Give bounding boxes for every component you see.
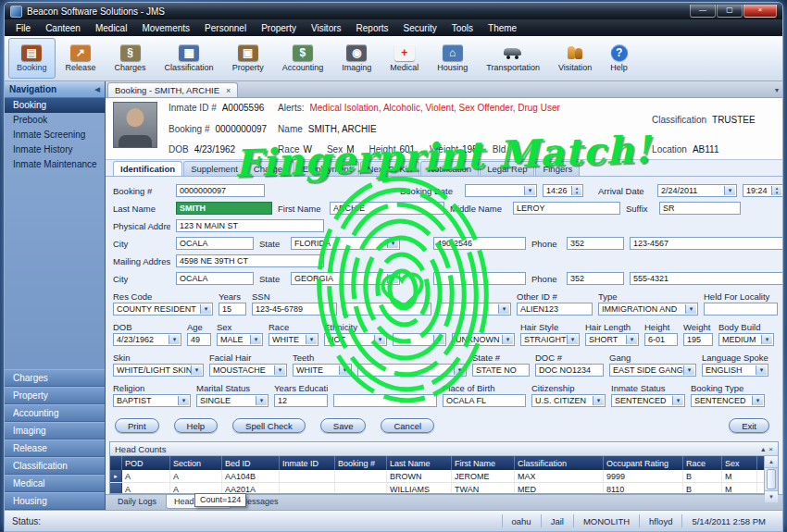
field-suffix[interactable]: SR xyxy=(659,202,741,215)
field-physical-phone[interactable]: 123-4567 xyxy=(630,237,783,250)
field-age[interactable]: 49 xyxy=(187,333,211,346)
toolbar-release[interactable]: ↗Release xyxy=(57,38,105,79)
field-religion[interactable]: BAPTIST xyxy=(113,394,191,407)
column-header-race[interactable]: Race xyxy=(683,456,722,470)
menu-movements[interactable]: Movements xyxy=(134,21,197,35)
tab-notification[interactable]: Notification xyxy=(420,161,479,176)
toolbar-charges[interactable]: §Charges xyxy=(106,38,155,79)
field-middle-name[interactable]: LEROY xyxy=(513,202,620,215)
field-physical-address[interactable]: 123 N MAIN ST xyxy=(176,219,324,232)
field-booking-type[interactable]: SENTENCED xyxy=(691,394,765,407)
table-row[interactable]: ▸AAAA104BBROWNJEROMEMAX9999BM xyxy=(110,470,764,483)
menu-reports[interactable]: Reports xyxy=(349,21,396,35)
close-button[interactable]: × xyxy=(743,5,777,18)
tab-employment[interactable]: Employment xyxy=(295,161,359,176)
tab-charges[interactable]: Charges xyxy=(246,161,294,176)
sidebar-item-imaging[interactable]: Imaging xyxy=(5,422,105,439)
column-header-section[interactable]: Section xyxy=(170,456,222,470)
vertical-scrollbar[interactable]: ▲ ▼ xyxy=(764,456,778,493)
field-mailing-phone-alt[interactable] xyxy=(433,272,526,285)
sidebar-item-booking[interactable]: Booking xyxy=(5,98,105,113)
toolbar-transportation[interactable]: Transportation xyxy=(478,38,548,79)
help-button[interactable]: Help xyxy=(174,418,219,433)
field-booking-date[interactable] xyxy=(465,184,537,197)
menu-visitors[interactable]: Visitors xyxy=(304,21,349,35)
field-first-name[interactable]: ARCHIE xyxy=(330,202,444,215)
sidebar-item-classification[interactable]: Classification xyxy=(5,457,105,475)
field-ssn[interactable]: 123-45-6789 xyxy=(252,303,337,315)
sidebar-item-release[interactable]: Release xyxy=(5,439,105,457)
toolbar-imaging[interactable]: ◉Imaging xyxy=(333,38,380,79)
maximize-button[interactable]: ▢ xyxy=(717,5,743,18)
menu-theme[interactable]: Theme xyxy=(481,21,524,35)
collapse-panel-icon[interactable]: ▴ xyxy=(761,445,765,453)
field-skin[interactable]: WHITE/LIGHT SKINN xyxy=(113,364,204,377)
menu-property[interactable]: Property xyxy=(254,21,304,35)
field-language-spoken[interactable]: ENGLISH xyxy=(702,364,768,377)
minimize-button[interactable]: — xyxy=(690,5,716,18)
field-other-id[interactable]: ALIEN123 xyxy=(517,303,593,315)
field-citizenship[interactable]: U.S. CITIZEN xyxy=(531,394,606,407)
navigation-header[interactable]: Navigation ◀ xyxy=(5,81,105,98)
close-panel-icon[interactable]: × xyxy=(768,445,773,453)
table-row[interactable]: AAAA201AWILLIAMSTWANMED8110BM xyxy=(110,483,764,493)
tab-next-of-kin[interactable]: Next Of Kin xyxy=(360,161,420,176)
print-button[interactable]: Print xyxy=(115,418,159,433)
field-arrival-time[interactable]: 19:24 xyxy=(743,184,783,197)
toolbar-classification[interactable]: ▦Classification xyxy=(156,38,222,79)
field-state-number[interactable]: STATE NO xyxy=(472,364,530,377)
tab-close-icon[interactable]: × xyxy=(226,86,231,95)
field-hair-color[interactable]: UNKNOWN xyxy=(452,333,515,346)
sidebar-item-property[interactable]: Property xyxy=(5,387,105,404)
field-body-build[interactable]: MEDIUM xyxy=(718,333,774,346)
sidebar-item-accounting[interactable]: Accounting xyxy=(5,404,105,422)
field-dob[interactable]: 4/23/1962 xyxy=(113,333,181,346)
document-tab-booking[interactable]: Booking - SMITH, ARCHIE × xyxy=(107,82,238,97)
bottom-tab-daily-logs[interactable]: Daily Logs xyxy=(109,495,165,509)
field-place-of-birth[interactable]: OCALA FL xyxy=(443,394,526,407)
column-header-last-name[interactable]: Last Name xyxy=(387,456,452,470)
inmate-photo[interactable] xyxy=(113,102,157,148)
field-other-id-type[interactable]: IMMIGRATION AND xyxy=(598,303,698,315)
field-doc-number[interactable]: DOC NO1234 xyxy=(535,364,604,377)
scrollbar-thumb[interactable] xyxy=(767,469,776,489)
field-mailing-state[interactable]: GEORGIA xyxy=(291,272,400,285)
toolbar-booking[interactable]: ▤Booking xyxy=(8,38,56,79)
field-years[interactable]: 15 xyxy=(219,303,246,315)
toolbar-property[interactable]: ▣Property xyxy=(224,38,272,79)
column-header-booking[interactable]: Booking # xyxy=(335,456,387,470)
field-facial-hair[interactable]: MOUSTACHE xyxy=(209,364,287,377)
menu-personnel[interactable]: Personnel xyxy=(197,21,254,35)
field-arrival-date[interactable]: 2/24/2011 xyxy=(657,184,737,197)
tab-supplement[interactable]: Supplement xyxy=(183,161,245,176)
field-gang[interactable]: EAST SIDE GANG xyxy=(609,364,696,377)
column-header-occupant-rating[interactable]: Occupant Rating xyxy=(604,456,683,470)
toolbar-accounting[interactable]: $Accounting xyxy=(274,38,332,79)
field-mailing-phone-area[interactable]: 352 xyxy=(567,272,624,285)
menu-file[interactable]: File xyxy=(8,21,38,35)
field-covered-field-2[interactable] xyxy=(437,303,511,315)
field-mailing-city[interactable]: OCALA xyxy=(176,272,254,285)
field-physical-phone-alt[interactable]: 490-2546 xyxy=(433,237,526,250)
field-res-code[interactable]: COUNTY RESIDENT xyxy=(113,303,213,315)
column-header-pod[interactable]: POD xyxy=(122,456,170,470)
field-hair-length[interactable]: SHORT xyxy=(585,333,639,346)
field-physical-city[interactable]: OCALA xyxy=(176,237,254,250)
toolbar-help[interactable]: ?Help xyxy=(602,38,636,79)
field-covered-field-5[interactable] xyxy=(333,394,437,407)
field-physical-phone-area[interactable]: 352 xyxy=(567,237,624,250)
menu-security[interactable]: Security xyxy=(396,21,444,35)
field-covered-field-3[interactable] xyxy=(393,333,446,346)
field-mailing-phone[interactable]: 555-4321 xyxy=(630,272,783,285)
field-physical-state[interactable]: FLORIDA xyxy=(291,237,400,250)
field-booking-time[interactable]: 14:26 xyxy=(543,184,583,197)
head-counts-header[interactable]: Head Counts ▴ × xyxy=(110,442,778,456)
sidebar-item-inmate-history[interactable]: Inmate History xyxy=(5,142,105,157)
field-height[interactable]: 6-01 xyxy=(644,333,678,346)
sidebar-item-prebook[interactable]: Prebook xyxy=(5,113,105,128)
field-marital-status[interactable]: SINGLE xyxy=(196,394,269,407)
field-weight[interactable]: 195 xyxy=(683,333,713,346)
field-booking-number[interactable]: 0000000097 xyxy=(176,184,265,197)
sidebar-item-inmate-maintenance[interactable]: Inmate Maintenance xyxy=(5,157,105,172)
scroll-down-icon[interactable]: ▼ xyxy=(765,490,778,502)
